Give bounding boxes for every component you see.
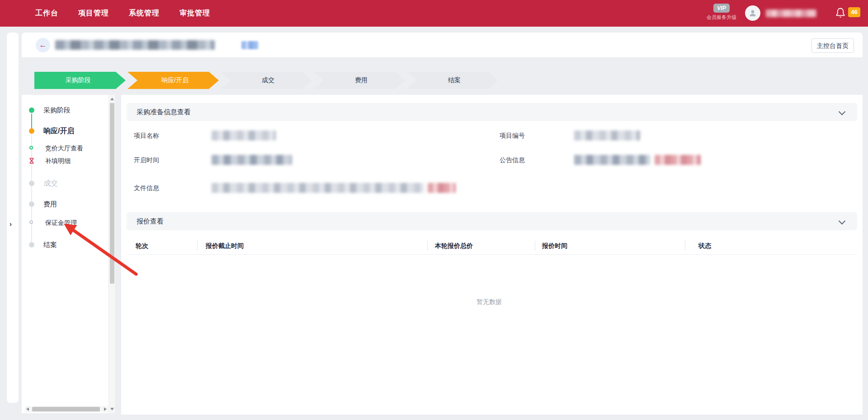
sidebar-vertical-scrollbar[interactable] xyxy=(108,95,115,413)
console-home-button[interactable]: 主控台首页 xyxy=(811,38,854,53)
main-menu: 工作台 项目管理 系统管理 审批管理 xyxy=(35,0,210,27)
stage-dot-icon xyxy=(29,201,34,207)
field-label-project-name: 项目名称 xyxy=(134,132,159,140)
announcement-value-redacted xyxy=(574,155,650,165)
column-divider xyxy=(685,241,685,251)
field-label-open-time: 开启时间 xyxy=(134,156,159,164)
nav-item-approval-management[interactable]: 审批管理 xyxy=(179,9,210,18)
quote-section-title: 报价查看 xyxy=(137,217,164,226)
panel-expand-icon[interactable]: › xyxy=(9,220,12,228)
horizontal-scroll-thumb[interactable] xyxy=(32,407,100,411)
stage-dot-current-icon xyxy=(29,128,34,134)
top-navbar: 工作台 项目管理 系统管理 审批管理 VIP 会员服务升级 46 xyxy=(0,0,868,27)
project-title-redacted xyxy=(55,40,215,50)
column-header-quote-time: 报价时间 xyxy=(542,242,567,250)
prep-info-section-header[interactable]: 采购准备信息查看 xyxy=(127,103,857,121)
notification-bell[interactable] xyxy=(835,7,845,19)
column-header-quote-deadline: 报价截止时间 xyxy=(206,242,244,250)
announcement-link-redacted[interactable] xyxy=(655,155,701,165)
column-header-round: 轮次 xyxy=(136,242,148,250)
scroll-down-icon[interactable] xyxy=(110,408,114,411)
notification-count-badge[interactable]: 46 xyxy=(848,7,860,17)
open-time-value-redacted xyxy=(212,155,292,165)
stage-dot-icon xyxy=(29,242,34,247)
main-content: 采购准备信息查看 项目名称 项目编号 开启时间 公告信息 文件信息 报价查看 轮… xyxy=(121,95,863,415)
step-fees[interactable]: 费用 xyxy=(314,72,405,89)
step-deal[interactable]: 成交 xyxy=(221,72,312,89)
substep-ring-icon xyxy=(29,146,33,149)
process-stepper: 采购阶段 响应/开启 成交 费用 结案 xyxy=(34,72,500,89)
step-procurement-stage[interactable]: 采购阶段 xyxy=(34,72,126,89)
hourglass-icon xyxy=(28,158,35,164)
stage-dot-completed-icon xyxy=(29,107,34,113)
scroll-up-icon[interactable] xyxy=(110,98,114,100)
scroll-right-icon[interactable] xyxy=(104,407,107,411)
project-no-value-redacted xyxy=(574,131,640,140)
stage-timeline-sidebar: 采购阶段 响应/开启 竞价大厅查看 补填明细 成交 费用 保证金管理 xyxy=(22,95,115,413)
chevron-down-icon[interactable] xyxy=(839,218,846,225)
project-status-tag-redacted xyxy=(241,41,259,49)
column-divider xyxy=(197,241,198,251)
step-response-open[interactable]: 响应/开启 xyxy=(127,72,219,89)
bell-icon xyxy=(835,7,845,19)
chevron-down-icon[interactable] xyxy=(839,108,846,116)
field-label-file-info: 文件信息 xyxy=(134,184,159,192)
prep-info-section-title: 采购准备信息查看 xyxy=(137,108,191,117)
vip-icon: VIP xyxy=(713,4,730,13)
arrow-left-icon: ← xyxy=(39,41,47,49)
page-header: ← 主控台首页 xyxy=(22,33,863,57)
file-info-value-redacted xyxy=(212,183,424,193)
nav-item-workbench[interactable]: 工作台 xyxy=(35,9,58,18)
back-button[interactable]: ← xyxy=(36,38,50,52)
step-closing[interactable]: 结案 xyxy=(407,72,498,89)
column-divider xyxy=(427,241,428,251)
quote-section-header[interactable]: 报价查看 xyxy=(127,212,857,230)
file-link-redacted[interactable] xyxy=(428,183,456,193)
user-icon xyxy=(748,9,757,18)
column-header-round-total: 本轮报价总价 xyxy=(435,242,473,250)
sidebar-horizontal-scrollbar[interactable] xyxy=(25,406,108,412)
empty-data-placeholder: 暂无数据 xyxy=(453,298,525,306)
user-avatar[interactable] xyxy=(745,5,760,21)
nav-item-system-management[interactable]: 系统管理 xyxy=(129,9,160,18)
table-header-border xyxy=(127,254,857,255)
column-divider xyxy=(535,241,535,251)
username-redacted xyxy=(766,9,816,17)
field-label-project-no: 项目编号 xyxy=(500,132,525,140)
vip-upgrade[interactable]: VIP 会员服务升级 xyxy=(703,4,740,21)
collapsed-panel-strip: › xyxy=(7,33,19,403)
column-header-status: 状态 xyxy=(698,242,711,250)
vip-caption: 会员服务升级 xyxy=(703,14,740,21)
substep-ring-icon xyxy=(29,220,33,224)
project-name-value-redacted xyxy=(212,131,276,140)
stage-dot-disabled-icon xyxy=(29,181,34,186)
field-label-announcement: 公告信息 xyxy=(500,156,525,164)
scroll-left-icon[interactable] xyxy=(26,407,29,411)
app-window: 工作台 项目管理 系统管理 审批管理 VIP 会员服务升级 46 › xyxy=(0,0,868,420)
timeline-connector-done xyxy=(31,114,32,128)
nav-item-project-management[interactable]: 项目管理 xyxy=(78,9,109,18)
vertical-scroll-thumb[interactable] xyxy=(110,103,114,284)
